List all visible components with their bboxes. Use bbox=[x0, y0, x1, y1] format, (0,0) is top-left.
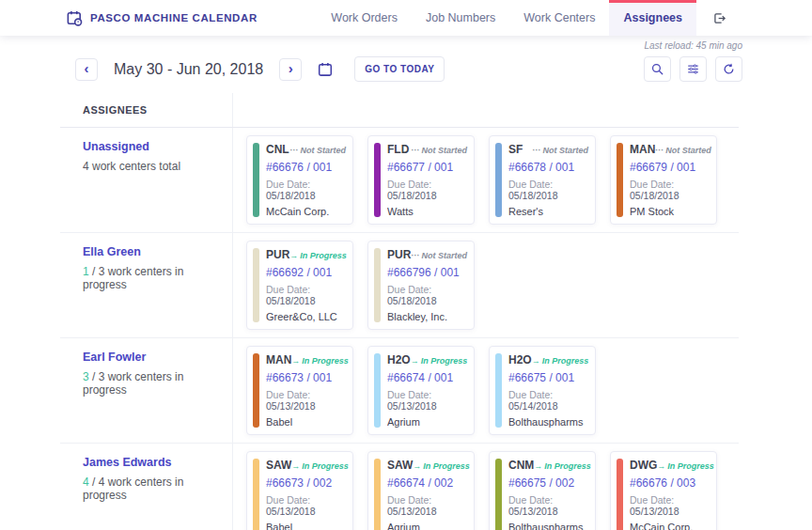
card-body: FLD ···Not Started #66677 / 001 Due Date… bbox=[387, 143, 467, 217]
due-date-line: Due Date: 05/18/2018 bbox=[387, 284, 467, 306]
company-name: Babel bbox=[266, 522, 346, 530]
card-color-bar bbox=[374, 248, 381, 322]
due-date-line: Due Date: 05/13/2018 bbox=[266, 389, 346, 412]
filter-button[interactable] bbox=[679, 56, 707, 82]
due-date-line: Due Date: 05/13/2018 bbox=[630, 494, 710, 517]
open-datepicker-button[interactable] bbox=[314, 58, 336, 81]
job-number-link[interactable]: #66674 / 002 bbox=[387, 476, 467, 490]
company-name: Agrium bbox=[387, 416, 467, 428]
job-number-link[interactable]: #66674 / 001 bbox=[387, 371, 467, 384]
work-center-card[interactable]: SAW →In Progress #66673 / 002 Due Date: … bbox=[246, 451, 353, 530]
card-body: SAW →In Progress #66674 / 002 Due Date: … bbox=[387, 459, 467, 530]
work-center-card[interactable]: DWG →In Progress #66676 / 003 Due Date: … bbox=[610, 451, 717, 530]
company-name: McCain Corp. bbox=[630, 522, 710, 530]
assignee-name[interactable]: Unassigned bbox=[83, 140, 223, 153]
assignee-subtitle: 4 work centers total bbox=[83, 160, 180, 173]
job-number-link[interactable]: #66676 / 001 bbox=[266, 161, 346, 174]
job-number-link[interactable]: #66678 / 001 bbox=[508, 161, 588, 174]
chevron-left-icon: ‹ bbox=[85, 61, 89, 75]
job-number-link[interactable]: #66679 / 001 bbox=[630, 161, 710, 174]
status-label: In Progress bbox=[302, 461, 349, 471]
due-date-value: 05/13/2018 bbox=[387, 506, 437, 517]
due-date-label: Due Date: bbox=[266, 494, 310, 506]
due-date-value: 05/18/2018 bbox=[630, 190, 679, 201]
status-label: Not Started bbox=[542, 146, 588, 155]
status-icon: → bbox=[291, 461, 300, 471]
due-date-value: 05/18/2018 bbox=[387, 190, 437, 201]
assignee-subtitle-line: 4 work centers total bbox=[83, 160, 223, 173]
work-center-card[interactable]: SAW →In Progress #66674 / 002 Due Date: … bbox=[367, 451, 475, 530]
search-icon bbox=[650, 62, 664, 76]
work-center-card[interactable]: CNM →In Progress #66675 / 002 Due Date: … bbox=[489, 451, 596, 530]
work-center-card[interactable]: MAN ···Not Started #66679 / 001 Due Date… bbox=[610, 135, 717, 225]
status-icon: → bbox=[413, 461, 421, 471]
status-icon: ··· bbox=[289, 146, 298, 155]
assignee-name[interactable]: James Edwards bbox=[83, 456, 223, 469]
tab-job-numbers[interactable]: Job Numbers bbox=[412, 0, 509, 36]
work-center-code: DWG bbox=[630, 459, 657, 472]
status-label: In Progress bbox=[300, 251, 347, 260]
job-number-link[interactable]: #666796 / 001 bbox=[387, 266, 467, 279]
work-center-card[interactable]: H2O →In Progress #66674 / 001 Due Date: … bbox=[367, 346, 475, 435]
card-color-bar bbox=[253, 353, 259, 428]
card-color-bar bbox=[495, 459, 502, 530]
tab-work-orders[interactable]: Work Orders bbox=[317, 0, 412, 36]
job-number-link[interactable]: #66675 / 001 bbox=[508, 371, 588, 384]
status-icon: ··· bbox=[411, 251, 419, 260]
assignee-subtitle-line: 3 / 3 work centers in progress bbox=[83, 370, 223, 397]
job-number-link[interactable]: #66677 / 001 bbox=[387, 161, 467, 174]
card-body: MAN ···Not Started #66679 / 001 Due Date… bbox=[630, 143, 710, 217]
work-center-card[interactable]: MAN →In Progress #66673 / 001 Due Date: … bbox=[246, 346, 353, 435]
calendar-clock-logo-icon bbox=[66, 9, 84, 27]
go-to-today-button[interactable]: GO TO TODAY bbox=[354, 56, 445, 82]
tab-label: Job Numbers bbox=[426, 11, 495, 24]
due-date-label: Due Date: bbox=[387, 494, 431, 506]
search-button[interactable] bbox=[644, 56, 671, 82]
card-status: →In Progress bbox=[657, 461, 714, 471]
due-date-label: Due Date: bbox=[630, 494, 674, 506]
status-label: Not Started bbox=[300, 146, 346, 155]
job-number-link[interactable]: #66676 / 003 bbox=[630, 476, 710, 490]
work-center-code: MAN bbox=[266, 353, 291, 366]
job-number-link[interactable]: #66692 / 001 bbox=[266, 266, 346, 279]
due-date-label: Due Date: bbox=[387, 284, 431, 295]
card-color-bar bbox=[374, 353, 381, 428]
reload-icon bbox=[722, 62, 736, 76]
card-status: ···Not Started bbox=[411, 251, 467, 260]
assignee-name[interactable]: Ella Green bbox=[83, 245, 223, 258]
company-name: Reser's bbox=[508, 206, 588, 217]
tab-assignees[interactable]: Assignees bbox=[609, 0, 696, 36]
status-label: In Progress bbox=[544, 461, 591, 471]
prev-period-button[interactable]: ‹ bbox=[75, 58, 98, 81]
logout-button[interactable] bbox=[711, 0, 727, 36]
card-status: ···Not Started bbox=[289, 146, 346, 155]
next-period-button[interactable]: › bbox=[279, 58, 302, 81]
reload-button[interactable] bbox=[715, 56, 742, 82]
status-icon: ··· bbox=[655, 146, 664, 155]
company-name: Bolthauspharms bbox=[508, 522, 588, 530]
work-center-code: CNL bbox=[266, 143, 289, 156]
job-number-link[interactable]: #66673 / 001 bbox=[266, 371, 346, 384]
due-date-line: Due Date: 05/14/2018 bbox=[508, 389, 588, 412]
job-number-link[interactable]: #66673 / 002 bbox=[266, 476, 346, 490]
status-label: In Progress bbox=[302, 356, 349, 366]
assignee-name[interactable]: Earl Fowler bbox=[83, 351, 223, 364]
work-center-card[interactable]: H2O →In Progress #66675 / 001 Due Date: … bbox=[489, 346, 596, 435]
tab-work-centers[interactable]: Work Centers bbox=[509, 0, 609, 36]
assignee-subtitle: / 3 work centers in progress bbox=[83, 265, 183, 291]
work-center-card[interactable]: SF ···Not Started #66678 / 001 Due Date:… bbox=[489, 135, 596, 225]
card-color-bar bbox=[617, 459, 623, 530]
job-number-link[interactable]: #66675 / 002 bbox=[508, 476, 588, 490]
work-center-card[interactable]: PUR ···Not Started #666796 / 001 Due Dat… bbox=[367, 241, 475, 330]
status-icon: ··· bbox=[532, 146, 540, 155]
work-center-card[interactable]: PUR →In Progress #66692 / 001 Due Date: … bbox=[246, 241, 353, 330]
card-body: H2O →In Progress #66674 / 001 Due Date: … bbox=[387, 353, 467, 428]
tab-label: Work Centers bbox=[523, 11, 595, 24]
status-icon: → bbox=[532, 356, 540, 366]
card-status: ···Not Started bbox=[411, 146, 467, 155]
assignee-cell: Ella Green 1 / 3 work centers in progres… bbox=[60, 233, 233, 337]
grid-header: ASSIGNEES bbox=[60, 93, 739, 128]
work-center-card[interactable]: CNL ···Not Started #66676 / 001 Due Date… bbox=[246, 135, 353, 225]
work-center-card[interactable]: FLD ···Not Started #66677 / 001 Due Date… bbox=[367, 135, 475, 225]
card-status: →In Progress bbox=[534, 461, 591, 471]
